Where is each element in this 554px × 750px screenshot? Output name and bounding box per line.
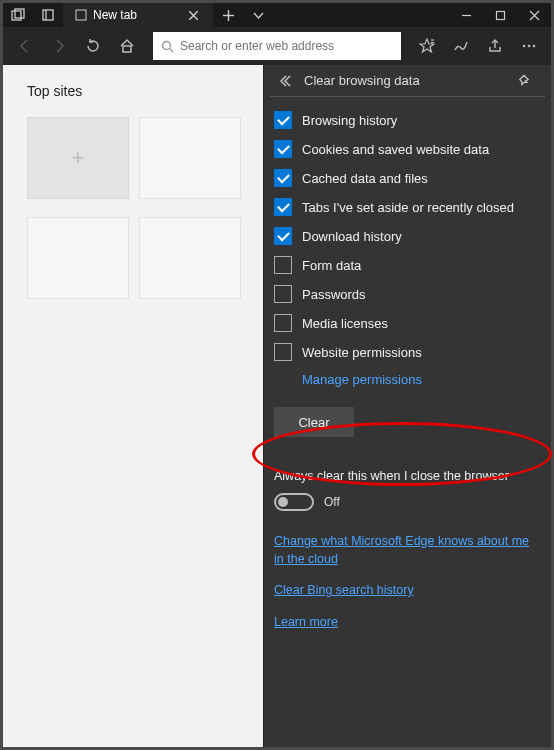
check-row[interactable]: Passwords <box>274 285 541 303</box>
check-label: Tabs I've set aside or recently closed <box>302 200 514 215</box>
check-row[interactable]: Cached data and files <box>274 169 541 187</box>
check-label: Form data <box>302 258 361 273</box>
top-site-tile[interactable] <box>27 217 129 299</box>
check-row[interactable]: Browsing history <box>274 111 541 129</box>
checkbox[interactable] <box>274 314 292 332</box>
clear-button[interactable]: Clear <box>274 407 354 437</box>
manage-permissions-link[interactable]: Manage permissions <box>302 372 541 387</box>
more-icon[interactable] <box>513 30 545 62</box>
check-label: Media licenses <box>302 316 388 331</box>
check-row[interactable]: Cookies and saved website data <box>274 140 541 158</box>
check-label: Download history <box>302 229 402 244</box>
notes-icon[interactable] <box>445 30 477 62</box>
checkbox[interactable] <box>274 198 292 216</box>
svg-rect-10 <box>496 11 504 19</box>
always-clear-toggle[interactable] <box>274 493 314 511</box>
link-bing[interactable]: Clear Bing search history <box>274 582 541 600</box>
link-learn[interactable]: Learn more <box>274 614 541 632</box>
window-close-icon[interactable] <box>517 3 551 27</box>
check-label: Passwords <box>302 287 366 302</box>
top-site-tile[interactable] <box>139 117 241 199</box>
checkbox[interactable] <box>274 285 292 303</box>
always-clear-label: Always clear this when I close the brows… <box>274 469 541 483</box>
svg-rect-4 <box>76 10 86 20</box>
svg-rect-13 <box>123 46 131 52</box>
clear-browsing-data-panel: Clear browsing data Browsing historyCook… <box>263 65 551 747</box>
checkbox[interactable] <box>274 256 292 274</box>
share-icon[interactable] <box>479 30 511 62</box>
tab-close-icon[interactable] <box>189 11 205 20</box>
link-cloud[interactable]: Change what Microsoft Edge knows about m… <box>274 533 541 568</box>
address-bar[interactable] <box>153 32 401 60</box>
pin-icon[interactable] <box>517 74 537 88</box>
svg-point-21 <box>528 45 531 48</box>
tabs-aside-icon[interactable] <box>3 3 33 27</box>
checkbox[interactable] <box>274 140 292 158</box>
back-button[interactable] <box>9 30 41 62</box>
check-row[interactable]: Website permissions <box>274 343 541 361</box>
check-label: Browsing history <box>302 113 397 128</box>
search-icon <box>161 40 174 53</box>
top-site-tile[interactable] <box>139 217 241 299</box>
home-button[interactable] <box>111 30 143 62</box>
svg-point-14 <box>163 41 171 49</box>
tab-title: New tab <box>93 8 189 22</box>
svg-line-15 <box>170 48 174 52</box>
svg-point-22 <box>533 45 536 48</box>
svg-rect-2 <box>43 10 53 20</box>
panel-back-icon[interactable] <box>278 74 298 88</box>
checkbox[interactable] <box>274 227 292 245</box>
check-row[interactable]: Media licenses <box>274 314 541 332</box>
panel-title: Clear browsing data <box>298 73 517 88</box>
top-site-tile-add[interactable] <box>27 117 129 199</box>
check-label: Website permissions <box>302 345 422 360</box>
favorites-icon[interactable] <box>411 30 443 62</box>
toolbar <box>3 27 551 65</box>
forward-button[interactable] <box>43 30 75 62</box>
check-row[interactable]: Tabs I've set aside or recently closed <box>274 198 541 216</box>
check-label: Cached data and files <box>302 171 428 186</box>
titlebar: New tab <box>3 3 551 27</box>
checkbox[interactable] <box>274 343 292 361</box>
checkbox[interactable] <box>274 111 292 129</box>
check-row[interactable]: Form data <box>274 256 541 274</box>
refresh-button[interactable] <box>77 30 109 62</box>
window-minimize-icon[interactable] <box>449 3 483 27</box>
window-maximize-icon[interactable] <box>483 3 517 27</box>
check-label: Cookies and saved website data <box>302 142 489 157</box>
check-row[interactable]: Download history <box>274 227 541 245</box>
toggle-state-text: Off <box>324 495 340 509</box>
address-input[interactable] <box>180 39 393 53</box>
svg-point-20 <box>523 45 526 48</box>
checkbox[interactable] <box>274 169 292 187</box>
show-tabs-aside-icon[interactable] <box>33 3 63 27</box>
svg-marker-16 <box>420 39 434 52</box>
browser-tab[interactable]: New tab <box>63 3 213 27</box>
new-tab-button[interactable] <box>213 3 243 27</box>
tab-dropdown-icon[interactable] <box>243 3 273 27</box>
